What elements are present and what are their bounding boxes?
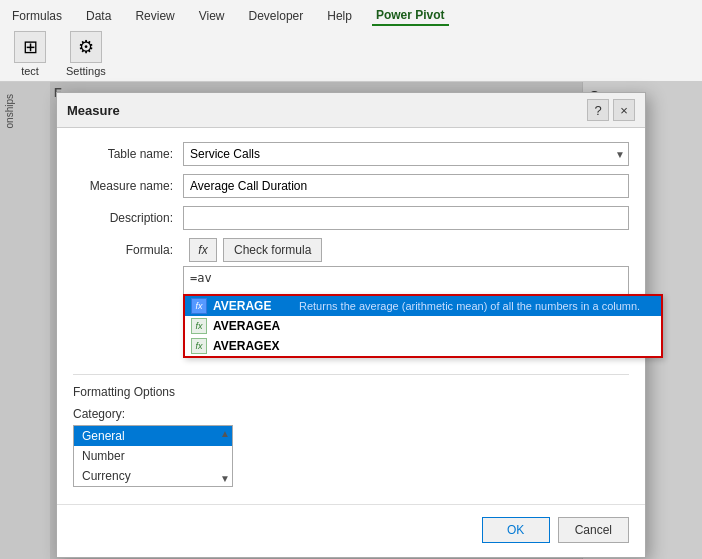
dialog-titlebar: Measure ? × (57, 93, 645, 128)
formatting-options-header: Formatting Options (73, 374, 629, 399)
cancel-button[interactable]: Cancel (558, 517, 629, 543)
tab-review[interactable]: Review (131, 7, 178, 25)
description-input[interactable] (183, 206, 629, 230)
settings-button[interactable]: ⚙ Settings (60, 29, 112, 79)
ribbon-tabs: Formulas Data Review View Developer Help… (0, 0, 702, 27)
category-item-general[interactable]: General (74, 426, 232, 446)
tab-help[interactable]: Help (323, 7, 356, 25)
manage-icon: ⊞ (14, 31, 46, 63)
manage-button[interactable]: ⊞ tect (8, 29, 52, 79)
category-item-number[interactable]: Number (74, 446, 232, 466)
formula-spacer (73, 266, 183, 316)
dialog-title: Measure (67, 103, 120, 118)
func-desc-average: Returns the average (arithmetic mean) of… (299, 300, 640, 312)
tab-view[interactable]: View (195, 7, 229, 25)
func-name-average: AVERAGE (213, 299, 293, 313)
category-item-currency[interactable]: Currency (74, 466, 232, 486)
table-name-row: Table name: Service Calls ▼ (73, 142, 629, 166)
func-icon-averagex: fx (191, 338, 207, 354)
formula-text: =av (190, 271, 212, 285)
autocomplete-dropdown: fx AVERAGE Returns the average (arithmet… (183, 294, 663, 358)
formula-row: Formula: fx Check formula (73, 238, 629, 262)
dialog-body: Table name: Service Calls ▼ Measure name… (57, 128, 645, 504)
description-row: Description: (73, 206, 629, 230)
scroll-up-icon[interactable]: ▲ (220, 428, 230, 439)
measure-dialog: Measure ? × Table name: Service Calls ▼ (56, 92, 646, 558)
category-label: Category: (73, 407, 629, 421)
table-name-select[interactable]: Service Calls (183, 142, 629, 166)
ok-button[interactable]: OK (482, 517, 550, 543)
tab-developer[interactable]: Developer (245, 7, 308, 25)
func-icon-average: fx (191, 298, 207, 314)
tab-power-pivot[interactable]: Power Pivot (372, 6, 449, 26)
description-label: Description: (73, 211, 183, 225)
scroll-down-icon[interactable]: ▼ (220, 473, 230, 484)
dialog-controls: ? × (587, 99, 635, 121)
autocomplete-item-average[interactable]: fx AVERAGE Returns the average (arithmet… (185, 296, 661, 316)
func-name-averagea: AVERAGEA (213, 319, 293, 333)
help-button[interactable]: ? (587, 99, 609, 121)
formula-area-wrapper: =av fx AVERAGE Returns the average (arit… (73, 266, 629, 366)
fx-button[interactable]: fx (189, 238, 217, 262)
func-icon-averagea: fx (191, 318, 207, 334)
table-name-label: Table name: (73, 147, 183, 161)
settings-label: Settings (66, 65, 106, 77)
measure-name-row: Measure name: (73, 174, 629, 198)
settings-icon: ⚙ (70, 31, 102, 63)
dialog-footer: OK Cancel (57, 504, 645, 557)
manage-label: tect (21, 65, 39, 77)
func-name-averagex: AVERAGEX (213, 339, 293, 353)
ribbon-content: ⊞ tect ⚙ Settings (0, 27, 702, 81)
autocomplete-item-averagex[interactable]: fx AVERAGEX (185, 336, 661, 356)
measure-name-input[interactable] (183, 174, 629, 198)
ribbon: Formulas Data Review View Developer Help… (0, 0, 702, 82)
check-formula-button[interactable]: Check formula (223, 238, 322, 262)
formula-label: Formula: (73, 243, 183, 257)
tab-data[interactable]: Data (82, 7, 115, 25)
category-list-inner: General Number Currency (74, 426, 232, 486)
tab-formulas[interactable]: Formulas (8, 7, 66, 25)
modal-overlay: Measure ? × Table name: Service Calls ▼ (0, 82, 702, 559)
measure-name-label: Measure name: (73, 179, 183, 193)
category-list: General Number Currency ▲ ▼ (73, 425, 233, 487)
category-list-wrapper: General Number Currency ▲ ▼ (73, 425, 233, 487)
close-button[interactable]: × (613, 99, 635, 121)
autocomplete-item-averagea[interactable]: fx AVERAGEA (185, 316, 661, 336)
table-name-select-wrapper: Service Calls ▼ (183, 142, 629, 166)
